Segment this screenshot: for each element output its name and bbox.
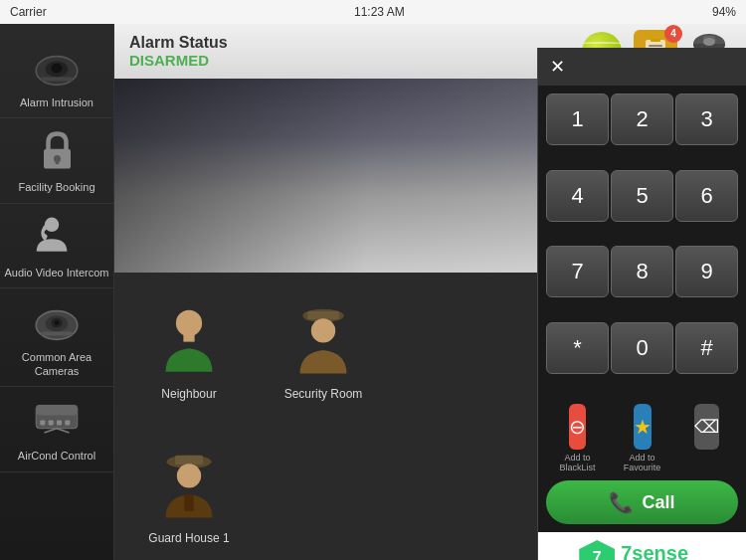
page-title: Alarm Status [129, 34, 228, 52]
security-room-label: Security Room [284, 387, 363, 401]
dial-key-0[interactable]: 0 [611, 322, 673, 374]
sidebar: Alarm Intrusion Facility Booking [0, 24, 114, 560]
svg-point-2 [51, 64, 62, 74]
phone-icon: 📞 [609, 490, 634, 514]
contact-guard-house[interactable]: Guard House 1 [124, 427, 254, 560]
lock-icon [35, 129, 80, 174]
svg-rect-15 [40, 421, 45, 426]
sidebar-item-common-area-cameras[interactable]: Common Area Cameras [0, 288, 113, 388]
sidebar-item-alarm-intrusion[interactable]: Alarm Intrusion [0, 34, 113, 118]
intercom-icon [32, 214, 82, 259]
sidebar-item-audio-video-intercom[interactable]: Audio Video Intercom [0, 204, 113, 288]
svg-point-28 [176, 309, 202, 335]
svg-rect-36 [184, 494, 193, 511]
call-label: Call [642, 492, 674, 513]
sidebar-label-cameras: Common Area Cameras [4, 350, 109, 379]
blacklist-button[interactable]: ⊖ [569, 404, 586, 450]
dialpad-grid: 1 2 3 4 5 6 7 8 9 * 0 # [538, 86, 746, 404]
svg-rect-34 [175, 455, 203, 464]
sidebar-item-aircond-control[interactable]: AirCond Control [0, 387, 113, 471]
blacklist-icon: ⊖ [569, 415, 586, 439]
contact-neighbour[interactable]: Neighbour [124, 282, 254, 422]
contact-security-room[interactable]: Security Room [259, 282, 388, 422]
svg-rect-29 [183, 332, 194, 341]
star-icon: ★ [634, 415, 652, 439]
svg-rect-31 [307, 310, 339, 318]
security-room-avatar [288, 306, 358, 381]
aircond-icon [32, 400, 82, 440]
svg-rect-16 [49, 421, 54, 426]
carrier-label: Carrier [10, 5, 47, 19]
status-bar: Carrier 11:23 AM 94% [0, 0, 746, 24]
delete-icon: ⌫ [694, 416, 719, 438]
blacklist-label: Add toBlackList [557, 453, 597, 472]
dial-key-9[interactable]: 9 [675, 246, 738, 297]
dial-key-hash[interactable]: # [675, 322, 738, 374]
security-camera-icon [32, 301, 82, 341]
dial-key-7[interactable]: 7 [546, 246, 609, 297]
guard-house-avatar [154, 451, 224, 525]
sidebar-item-facility-booking[interactable]: Facility Booking [0, 118, 113, 203]
guard-house-label: Guard House 1 [148, 531, 229, 545]
dial-key-1[interactable]: 1 [546, 93, 609, 145]
svg-point-32 [311, 318, 335, 342]
dial-key-star[interactable]: * [546, 322, 609, 374]
dial-key-5[interactable]: 5 [611, 170, 673, 222]
dial-key-8[interactable]: 8 [611, 246, 673, 297]
favourite-button[interactable]: ★ [634, 404, 652, 450]
notification-badge: 4 [664, 25, 682, 43]
favourite-label: Add toFavourite [622, 453, 663, 472]
svg-rect-6 [55, 158, 59, 163]
sidebar-label-aircond: AirCond Control [18, 449, 95, 463]
svg-rect-3 [41, 77, 73, 81]
neighbour-avatar [154, 306, 224, 381]
call-button[interactable]: 📞 Call [546, 480, 738, 524]
brand-logo: 7 [579, 540, 615, 560]
dial-key-2[interactable]: 2 [611, 93, 673, 145]
svg-rect-20 [649, 45, 662, 47]
time-label: 11:23 AM [354, 5, 405, 19]
svg-rect-18 [65, 421, 70, 426]
dialpad-overlay: ✕ 1 2 3 4 5 6 7 8 9 * 0 # ⊖ [537, 48, 746, 560]
branding-section: 7 7sense www.7sense.com.my [538, 532, 746, 560]
brand-name: 7sense [621, 542, 705, 561]
dial-key-3[interactable]: 3 [675, 93, 738, 145]
battery-label: 94% [712, 5, 736, 19]
neighbour-label: Neighbour [161, 387, 216, 401]
dome-camera-icon [32, 47, 82, 87]
sidebar-label-intercom: Audio Video Intercom [5, 266, 109, 280]
svg-rect-23 [651, 39, 660, 42]
dial-key-6[interactable]: 6 [675, 170, 738, 222]
delete-label [703, 453, 710, 463]
alarm-status: DISARMED [129, 52, 228, 69]
svg-point-27 [703, 38, 715, 46]
svg-point-35 [177, 464, 201, 487]
close-button[interactable]: ✕ [538, 48, 746, 86]
dial-actions: ⊖ Add toBlackList ★ Add toFavourite ⌫ [538, 404, 746, 480]
svg-rect-14 [36, 406, 78, 416]
svg-rect-12 [41, 331, 73, 335]
svg-point-11 [55, 320, 60, 325]
delete-button[interactable]: ⌫ [694, 404, 719, 450]
sidebar-label-alarm: Alarm Intrusion [20, 95, 93, 109]
svg-rect-17 [57, 421, 62, 426]
dial-key-4[interactable]: 4 [546, 170, 609, 222]
sidebar-label-facility: Facility Booking [18, 180, 94, 194]
